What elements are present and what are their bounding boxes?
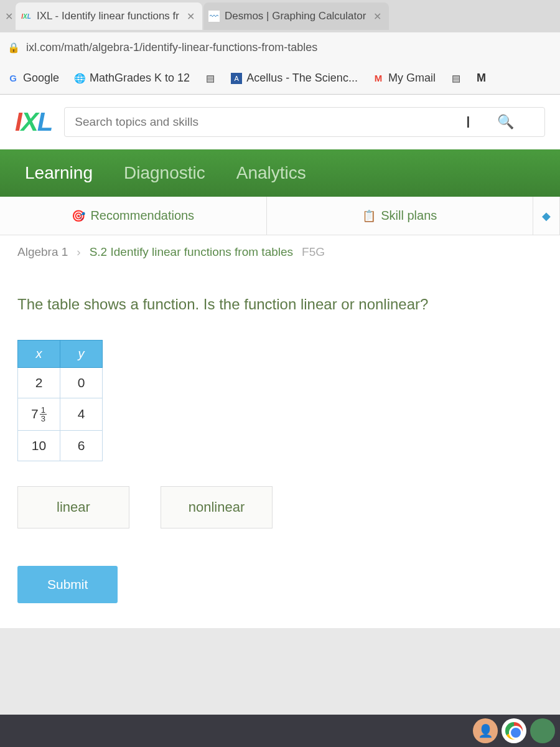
table-cell: 7 1 3 — [18, 398, 60, 430]
table-cell: 6 — [60, 430, 103, 461]
bookmark-mathgrades[interactable]: 🌐 MathGrades K to 12 — [74, 72, 190, 85]
search-icon[interactable]: 🔍 — [497, 114, 514, 130]
subnav-label: Skill plans — [381, 209, 437, 223]
nav-analytics[interactable]: Analytics — [236, 163, 306, 183]
more-label: M — [477, 72, 486, 85]
breadcrumb: Algebra 1 › S.2 Identify linear function… — [0, 235, 560, 269]
main-nav: Learning Diagnostic Analytics — [0, 149, 560, 197]
search-input[interactable] — [64, 107, 545, 137]
logo-letter: X — [21, 107, 37, 137]
close-icon[interactable]: ✕ — [371, 11, 384, 22]
bookmark-label: Acellus - The Scienc... — [246, 72, 358, 85]
bookmark-google[interactable]: G Google — [7, 72, 59, 85]
tab-title: Desmos | Graphing Calculator — [225, 10, 366, 22]
diamond-icon: ◆ — [542, 209, 551, 223]
logo-letter: L — [37, 107, 52, 137]
bookmarks-bar: G Google 🌐 MathGrades K to 12 ▤ A Acellu… — [0, 62, 560, 95]
table-cell: 2 — [18, 367, 60, 398]
sub-nav: 🎯 Recommendations 📋 Skill plans ◆ — [0, 197, 560, 235]
nav-diagnostic[interactable]: Diagnostic — [124, 163, 205, 183]
url-text[interactable]: ixl.com/math/algebra-1/identify-linear-f… — [26, 41, 317, 54]
gmail-icon: M — [373, 73, 384, 84]
table-cell: 10 — [18, 430, 60, 461]
site-header: I X L I 🔍 — [0, 95, 560, 149]
acellus-icon: A — [231, 73, 242, 84]
ixl-logo[interactable]: I X L — [15, 107, 52, 137]
table-header-x: x — [18, 340, 60, 367]
subnav-recommendations[interactable]: 🎯 Recommendations — [0, 197, 267, 235]
function-table: x y 2 0 7 1 3 4 — [17, 340, 103, 461]
submit-button[interactable]: Submit — [17, 566, 118, 603]
table-row: 10 6 — [18, 430, 103, 461]
browser-tab-desmos[interactable]: 〰 Desmos | Graphing Calculator ✕ — [203, 2, 389, 30]
question-text: The table shows a function. Is the funct… — [17, 294, 543, 315]
tray-chrome-icon[interactable] — [502, 718, 526, 743]
tab-title: IXL - Identify linear functions fr — [37, 10, 179, 22]
bookmark-icon[interactable]: ▤ — [205, 73, 216, 84]
bookmark-gmail[interactable]: M My Gmail — [373, 72, 436, 85]
logo-letter: I — [15, 107, 21, 137]
desmos-favicon-icon: 〰 — [208, 11, 220, 22]
breadcrumb-skill: S.2 Identify linear functions from table… — [90, 245, 293, 259]
table-cell: 4 — [60, 398, 103, 430]
table-row: 7 1 3 4 — [18, 398, 103, 430]
answer-linear-button[interactable]: linear — [17, 486, 129, 529]
table-header-y: y — [60, 340, 103, 367]
chevron-right-icon: › — [77, 245, 80, 259]
breadcrumb-course[interactable]: Algebra 1 — [17, 245, 68, 259]
site-content: I X L I 🔍 Learning Diagnostic Analytics … — [0, 95, 560, 628]
subnav-more[interactable]: ◆ — [533, 197, 560, 235]
table-row: 2 0 — [18, 367, 103, 398]
answer-options: linear nonlinear — [17, 486, 543, 529]
calendar-icon: 📋 — [362, 209, 376, 223]
close-icon[interactable]: ✕ — [184, 11, 197, 22]
question-area: The table shows a function. Is the funct… — [0, 269, 560, 628]
bookmark-icon[interactable]: ▤ — [450, 73, 462, 84]
recommendations-icon: 🎯 — [72, 209, 85, 223]
answer-nonlinear-button[interactable]: nonlinear — [161, 486, 273, 529]
browser-tab-strip: ✕ IXL IXL - Identify linear functions fr… — [0, 0, 560, 32]
browser-tab-ixl[interactable]: IXL IXL - Identify linear functions fr ✕ — [16, 2, 202, 30]
address-bar: 🔒 ixl.com/math/algebra-1/identify-linear… — [0, 32, 560, 62]
tray-user-icon[interactable]: 👤 — [473, 718, 498, 743]
bookmark-label: MathGrades K to 12 — [90, 72, 190, 85]
close-icon[interactable]: ✕ — [2, 11, 16, 22]
taskbar: 👤 — [0, 715, 560, 747]
globe-icon: 🌐 — [74, 73, 85, 84]
subnav-skill-plans[interactable]: 📋 Skill plans — [267, 197, 534, 235]
bookmark-label: My Gmail — [388, 72, 436, 85]
google-icon: G — [7, 73, 19, 84]
breadcrumb-code: F5G — [302, 245, 325, 259]
bookmark-acellus[interactable]: A Acellus - The Scienc... — [231, 72, 358, 85]
bookmark-label: Google — [23, 72, 59, 85]
ixl-favicon-icon: IXL — [21, 11, 32, 22]
table-cell: 0 — [60, 367, 103, 398]
nav-learning[interactable]: Learning — [25, 163, 93, 183]
lock-icon: 🔒 — [7, 42, 20, 54]
subnav-label: Recommendations — [90, 209, 194, 223]
tray-app-icon[interactable] — [530, 718, 555, 743]
